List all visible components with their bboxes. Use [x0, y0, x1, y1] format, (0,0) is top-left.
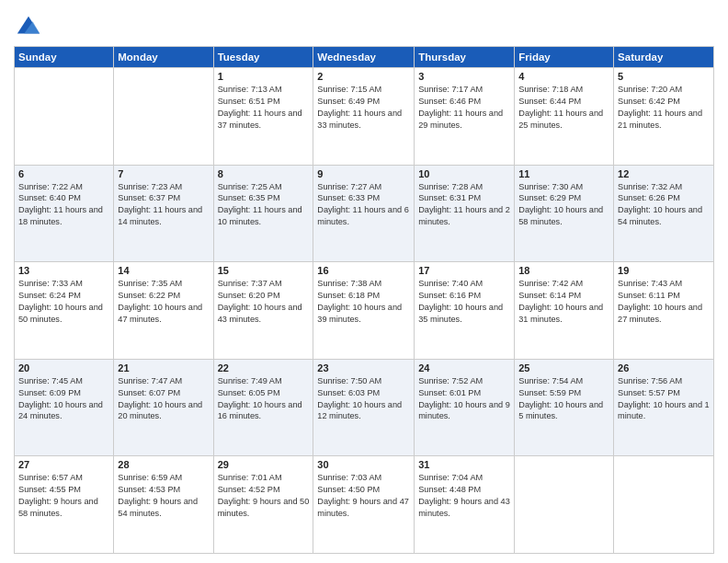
- cell-content: Sunrise: 7:35 AMSunset: 6:22 PMDaylight:…: [118, 279, 202, 324]
- cell-content: Sunrise: 7:43 AMSunset: 6:11 PMDaylight:…: [618, 279, 702, 324]
- day-number: 16: [317, 265, 410, 276]
- day-number: 8: [218, 168, 310, 179]
- cell-content: Sunrise: 7:22 AMSunset: 6:40 PMDaylight:…: [18, 182, 103, 227]
- table-row: 9Sunrise: 7:27 AMSunset: 6:33 PMDaylight…: [313, 165, 415, 262]
- col-friday: Friday: [515, 47, 614, 68]
- table-row: 11Sunrise: 7:30 AMSunset: 6:29 PMDayligh…: [515, 165, 614, 262]
- cell-content: Sunrise: 7:50 AMSunset: 6:03 PMDaylight:…: [317, 376, 402, 421]
- cell-content: Sunrise: 7:18 AMSunset: 6:44 PMDaylight:…: [518, 85, 603, 130]
- logo: [14, 13, 41, 39]
- table-row: 7Sunrise: 7:23 AMSunset: 6:37 PMDaylight…: [114, 165, 213, 262]
- table-row: 6Sunrise: 7:22 AMSunset: 6:40 PMDaylight…: [15, 165, 114, 262]
- page: Sunday Monday Tuesday Wednesday Thursday…: [0, 0, 728, 563]
- cell-content: Sunrise: 7:25 AMSunset: 6:35 PMDaylight:…: [218, 182, 302, 227]
- table-row: 12Sunrise: 7:32 AMSunset: 6:26 PMDayligh…: [614, 165, 714, 262]
- header: [14, 9, 714, 39]
- col-tuesday: Tuesday: [213, 47, 313, 68]
- table-row: [614, 456, 714, 554]
- table-row: 27Sunrise: 6:57 AMSunset: 4:55 PMDayligh…: [15, 456, 114, 554]
- col-monday: Monday: [114, 47, 213, 68]
- day-number: 4: [518, 71, 609, 82]
- day-number: 10: [418, 168, 510, 179]
- day-number: 1: [218, 71, 310, 82]
- day-number: 24: [418, 362, 510, 373]
- cell-content: Sunrise: 7:37 AMSunset: 6:20 PMDaylight:…: [218, 279, 302, 324]
- day-number: 12: [618, 168, 710, 179]
- cell-content: Sunrise: 6:59 AMSunset: 4:53 PMDaylight:…: [118, 473, 198, 518]
- table-row: 18Sunrise: 7:42 AMSunset: 6:14 PMDayligh…: [515, 262, 614, 360]
- table-row: 4Sunrise: 7:18 AMSunset: 6:44 PMDaylight…: [515, 68, 614, 166]
- cell-content: Sunrise: 7:33 AMSunset: 6:24 PMDaylight:…: [18, 279, 103, 324]
- day-number: 19: [618, 265, 710, 276]
- calendar-week-row: 1Sunrise: 7:13 AMSunset: 6:51 PMDaylight…: [15, 68, 714, 166]
- cell-content: Sunrise: 7:47 AMSunset: 6:07 PMDaylight:…: [118, 376, 202, 421]
- table-row: [114, 68, 213, 166]
- day-number: 26: [618, 362, 710, 373]
- day-number: 11: [518, 168, 609, 179]
- cell-content: Sunrise: 7:52 AMSunset: 6:01 PMDaylight:…: [418, 376, 510, 421]
- cell-content: Sunrise: 7:38 AMSunset: 6:18 PMDaylight:…: [317, 279, 402, 324]
- day-number: 5: [618, 71, 710, 82]
- table-row: 26Sunrise: 7:56 AMSunset: 5:57 PMDayligh…: [614, 359, 714, 456]
- table-row: 29Sunrise: 7:01 AMSunset: 4:52 PMDayligh…: [213, 456, 313, 554]
- day-number: 22: [218, 362, 310, 373]
- table-row: 17Sunrise: 7:40 AMSunset: 6:16 PMDayligh…: [415, 262, 515, 360]
- day-number: 28: [118, 459, 209, 470]
- day-number: 9: [317, 168, 410, 179]
- day-number: 25: [518, 362, 609, 373]
- calendar-week-row: 13Sunrise: 7:33 AMSunset: 6:24 PMDayligh…: [15, 262, 714, 360]
- table-row: 13Sunrise: 7:33 AMSunset: 6:24 PMDayligh…: [15, 262, 114, 360]
- table-row: 20Sunrise: 7:45 AMSunset: 6:09 PMDayligh…: [15, 359, 114, 456]
- table-row: [15, 68, 114, 166]
- logo-icon: [16, 13, 41, 39]
- cell-content: Sunrise: 7:04 AMSunset: 4:48 PMDaylight:…: [418, 473, 510, 518]
- calendar-week-row: 20Sunrise: 7:45 AMSunset: 6:09 PMDayligh…: [15, 359, 714, 456]
- table-row: 1Sunrise: 7:13 AMSunset: 6:51 PMDaylight…: [213, 68, 313, 166]
- day-number: 21: [118, 362, 209, 373]
- cell-content: Sunrise: 7:30 AMSunset: 6:29 PMDaylight:…: [518, 182, 603, 227]
- cell-content: Sunrise: 7:15 AMSunset: 6:49 PMDaylight:…: [317, 85, 402, 130]
- cell-content: Sunrise: 7:13 AMSunset: 6:51 PMDaylight:…: [218, 85, 302, 130]
- cell-content: Sunrise: 7:17 AMSunset: 6:46 PMDaylight:…: [418, 85, 503, 130]
- day-number: 3: [418, 71, 510, 82]
- col-wednesday: Wednesday: [313, 47, 415, 68]
- table-row: [515, 456, 614, 554]
- calendar-table: Sunday Monday Tuesday Wednesday Thursday…: [14, 46, 714, 554]
- table-row: 22Sunrise: 7:49 AMSunset: 6:05 PMDayligh…: [213, 359, 313, 456]
- day-number: 23: [317, 362, 410, 373]
- cell-content: Sunrise: 7:42 AMSunset: 6:14 PMDaylight:…: [518, 279, 603, 324]
- cell-content: Sunrise: 6:57 AMSunset: 4:55 PMDaylight:…: [18, 473, 98, 518]
- table-row: 2Sunrise: 7:15 AMSunset: 6:49 PMDaylight…: [313, 68, 415, 166]
- table-row: 3Sunrise: 7:17 AMSunset: 6:46 PMDaylight…: [415, 68, 515, 166]
- cell-content: Sunrise: 7:01 AMSunset: 4:52 PMDaylight:…: [218, 473, 310, 518]
- day-number: 2: [317, 71, 410, 82]
- table-row: 5Sunrise: 7:20 AMSunset: 6:42 PMDaylight…: [614, 68, 714, 166]
- cell-content: Sunrise: 7:54 AMSunset: 5:59 PMDaylight:…: [518, 376, 603, 421]
- day-number: 30: [317, 459, 410, 470]
- table-row: 16Sunrise: 7:38 AMSunset: 6:18 PMDayligh…: [313, 262, 415, 360]
- day-number: 17: [418, 265, 510, 276]
- col-sunday: Sunday: [15, 47, 114, 68]
- table-row: 25Sunrise: 7:54 AMSunset: 5:59 PMDayligh…: [515, 359, 614, 456]
- cell-content: Sunrise: 7:20 AMSunset: 6:42 PMDaylight:…: [618, 85, 702, 130]
- table-row: 28Sunrise: 6:59 AMSunset: 4:53 PMDayligh…: [114, 456, 213, 554]
- cell-content: Sunrise: 7:27 AMSunset: 6:33 PMDaylight:…: [317, 182, 409, 227]
- day-number: 20: [18, 362, 109, 373]
- table-row: 8Sunrise: 7:25 AMSunset: 6:35 PMDaylight…: [213, 165, 313, 262]
- col-saturday: Saturday: [614, 47, 714, 68]
- calendar-week-row: 6Sunrise: 7:22 AMSunset: 6:40 PMDaylight…: [15, 165, 714, 262]
- day-number: 13: [18, 265, 109, 276]
- cell-content: Sunrise: 7:32 AMSunset: 6:26 PMDaylight:…: [618, 182, 702, 227]
- cell-content: Sunrise: 7:45 AMSunset: 6:09 PMDaylight:…: [18, 376, 103, 421]
- day-number: 14: [118, 265, 209, 276]
- table-row: 24Sunrise: 7:52 AMSunset: 6:01 PMDayligh…: [415, 359, 515, 456]
- col-thursday: Thursday: [415, 47, 515, 68]
- day-number: 31: [418, 459, 510, 470]
- table-row: 15Sunrise: 7:37 AMSunset: 6:20 PMDayligh…: [213, 262, 313, 360]
- cell-content: Sunrise: 7:56 AMSunset: 5:57 PMDaylight:…: [618, 376, 710, 421]
- day-number: 7: [118, 168, 209, 179]
- table-row: 21Sunrise: 7:47 AMSunset: 6:07 PMDayligh…: [114, 359, 213, 456]
- day-number: 6: [18, 168, 109, 179]
- cell-content: Sunrise: 7:03 AMSunset: 4:50 PMDaylight:…: [317, 473, 409, 518]
- day-number: 27: [18, 459, 109, 470]
